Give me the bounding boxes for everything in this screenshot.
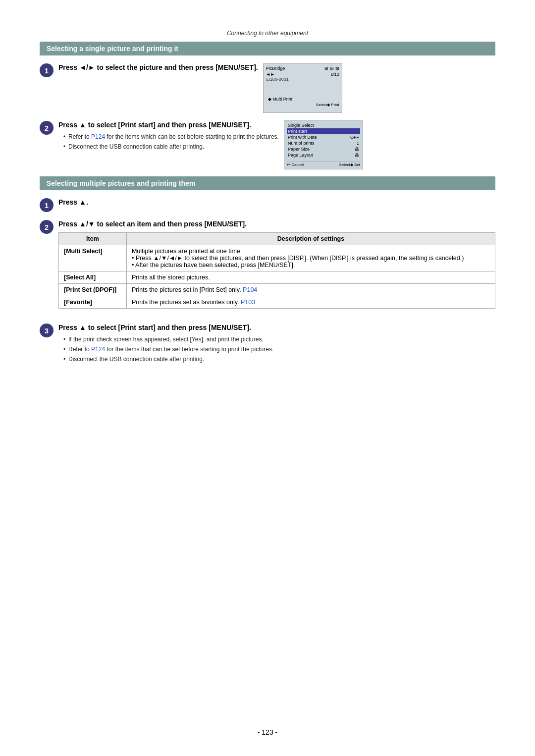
step3-note1: If the print check screen has appeared, … bbox=[63, 335, 495, 344]
page: Connecting to other equipment Selecting … bbox=[0, 0, 535, 756]
section2-step3-notes: If the print check screen has appeared, … bbox=[63, 335, 495, 364]
screen1-arrows: ◄► bbox=[266, 72, 275, 77]
table-item-multi: [Multi Select] bbox=[59, 245, 127, 271]
step1-text-area: Press ◄/► to select the picture and then… bbox=[58, 62, 258, 75]
step-number-2a: 2 bbox=[40, 121, 54, 135]
page-number: - 123 - bbox=[0, 728, 535, 736]
section1-header: Selecting a single picture and printing … bbox=[40, 42, 495, 55]
link-p124-1: P124 bbox=[91, 133, 105, 140]
step3-note3: Disconnect the USB connection cable afte… bbox=[63, 355, 495, 364]
step2-note2: Disconnect the USB connection cable afte… bbox=[63, 142, 279, 151]
section2-step3-text: Press ▲ to select [Print start] and then… bbox=[58, 323, 495, 333]
screen1-path: ⊡100-0001 bbox=[266, 77, 339, 82]
screen2-single-select: Single Select bbox=[287, 122, 360, 128]
screen2-row1: Print with Date OFF bbox=[287, 134, 360, 140]
step-number-1a: 1 bbox=[40, 63, 54, 77]
step1-content: Press ◄/► to select the picture and then… bbox=[58, 62, 342, 113]
section1-step2: 2 Press ▲ to select [Print start] and th… bbox=[40, 120, 495, 169]
arrow-lr-icon: ◄/► bbox=[79, 63, 95, 71]
step2-note1: Refer to P124 for the items which can be… bbox=[63, 132, 279, 141]
screen1-icon2: ⊟ bbox=[330, 66, 334, 71]
step3-note2: Refer to P124 for the items that can be … bbox=[63, 345, 495, 354]
step1-main-text: Press ◄/► to select the picture and then… bbox=[58, 62, 258, 73]
screen1-select-print: Select◆ Print bbox=[266, 103, 339, 107]
table-item-dpof: [Print Set (DPOF)] bbox=[59, 284, 127, 296]
section2-header: Selecting multiple pictures and printing… bbox=[40, 176, 495, 190]
screen1-spacer bbox=[266, 82, 339, 92]
screen2-row4: Page Layout 🖶 bbox=[287, 152, 360, 158]
screen2-print-start: Print start bbox=[287, 128, 360, 134]
section2-step1-text: Press ▲. bbox=[58, 197, 495, 208]
screen2-label2: Num.of prints bbox=[288, 141, 315, 146]
step2-content: Press ▲ to select [Print start] and then… bbox=[58, 120, 363, 169]
table-col2-header: Description of settings bbox=[126, 233, 495, 245]
screen2-label1: Print with Date bbox=[288, 135, 317, 140]
dpof-label: [Print Set (DPOF)] bbox=[64, 286, 116, 293]
step-number-2b: 2 bbox=[40, 220, 54, 234]
table-row-dpof: [Print Set (DPOF)] Prints the pictures s… bbox=[59, 284, 495, 296]
settings-table: Item Description of settings [Multi Sele… bbox=[58, 232, 495, 309]
section2-step2-text: Press ▲/▼ to select an item and then pre… bbox=[58, 219, 495, 229]
screen2-set: Select◆ Set bbox=[339, 162, 360, 167]
screen1-icons: ⊞ ⊟ ⊠ bbox=[324, 66, 339, 71]
section2-step1: 1 Press ▲. bbox=[40, 197, 495, 212]
favorite-label: [Favorite] bbox=[64, 299, 92, 306]
screen2-val2: 1 bbox=[357, 141, 359, 146]
screen1-icon3: ⊠ bbox=[335, 66, 339, 71]
screen2-bottom: ↩ Cancel Select◆ Set bbox=[287, 161, 360, 167]
link-p103: P103 bbox=[241, 299, 255, 306]
section2-step2-content: Press ▲/▼ to select an item and then pre… bbox=[58, 219, 495, 316]
screen1-icon1: ⊞ bbox=[324, 66, 328, 71]
screen2-icon-layout: 🖶 bbox=[355, 153, 359, 158]
table-desc-dpof: Prints the pictures set in [Print Set] o… bbox=[126, 284, 495, 296]
screen2-cancel: ↩ Cancel bbox=[287, 162, 304, 167]
step2-main-text: Press ▲ to select [Print start] and then… bbox=[58, 120, 279, 130]
step-number-3: 3 bbox=[40, 324, 54, 337]
table-desc-multi: Multiple pictures are printed at one tim… bbox=[126, 245, 495, 271]
screen1-count: 1/12 bbox=[330, 72, 339, 77]
link-p124-2: P124 bbox=[91, 346, 105, 353]
step2-notes: Refer to P124 for the items which can be… bbox=[63, 132, 279, 151]
section2-step2: 2 Press ▲/▼ to select an item and then p… bbox=[40, 219, 495, 316]
section1-step1: 1 Press ◄/► to select the picture and th… bbox=[40, 62, 495, 113]
table-item-favorite: [Favorite] bbox=[59, 296, 127, 309]
screen2-icon-paper: 🖶 bbox=[355, 147, 359, 152]
step-number-1b: 1 bbox=[40, 198, 54, 212]
table-col1-header: Item bbox=[59, 233, 127, 245]
screen2-label4: Page Layout bbox=[288, 153, 313, 158]
camera-screen-2: Single Select Print start Print with Dat… bbox=[284, 120, 363, 169]
screen2-row2: Num.of prints 1 bbox=[287, 140, 360, 146]
page-subtitle: Connecting to other equipment bbox=[40, 30, 495, 37]
table-row-selectall: [Select All] Prints all the stored pictu… bbox=[59, 271, 495, 284]
table-row-multi: [Multi Select] Multiple pictures are pri… bbox=[59, 245, 495, 271]
screen2-val1: OFF bbox=[350, 135, 359, 140]
section2-step3-content: Press ▲ to select [Print start] and then… bbox=[58, 323, 495, 365]
link-p104: P104 bbox=[243, 286, 257, 293]
camera-screen-1: PicBridge ⊞ ⊟ ⊠ ◄► 1/12 ⊡100-0001 ◆ Mult… bbox=[263, 63, 342, 113]
screen1-mid: ◄► 1/12 bbox=[266, 72, 339, 77]
screen1-multi: ◆ Multi Print bbox=[268, 97, 339, 102]
table-row-favorite: [Favorite] Prints the pictures set as fa… bbox=[59, 296, 495, 309]
section2-step3: 3 Press ▲ to select [Print start] and th… bbox=[40, 323, 495, 365]
screen2-row3: Paper Size 🖶 bbox=[287, 146, 360, 152]
section2-step1-content: Press ▲. bbox=[58, 197, 495, 210]
table-item-selectall: [Select All] bbox=[59, 271, 127, 284]
screen1-brand: PicBridge bbox=[266, 66, 285, 71]
table-desc-favorite: Prints the pictures set as favorites onl… bbox=[126, 296, 495, 309]
table-desc-selectall: Prints all the stored pictures. bbox=[126, 271, 495, 284]
screen2-label3: Paper Size bbox=[288, 147, 310, 152]
screen1-top: PicBridge ⊞ ⊟ ⊠ bbox=[266, 66, 339, 71]
step2-text-area: Press ▲ to select [Print start] and then… bbox=[58, 120, 279, 152]
